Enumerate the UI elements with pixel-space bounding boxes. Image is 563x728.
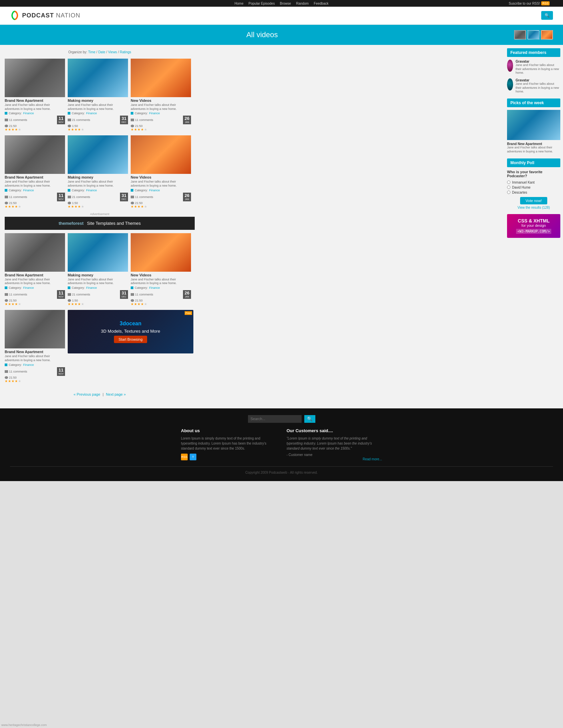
ad-3docean-title: 3docean [120,321,141,327]
organize-views[interactable]: Views [108,50,117,54]
date-badge-8: 31 DEC [120,290,128,299]
member-desc-2: Jane and Fischer talks about their adven… [516,82,561,94]
ad-3docean-cta[interactable]: Start Browsing [114,336,147,343]
video-meta-2: Category: Finance [68,112,128,115]
css-ad-sub: for your design [511,223,556,227]
category-link-4[interactable]: Finance [23,189,34,192]
video-meta-10: Category: Finance [5,363,65,367]
video-thumb-1[interactable] [5,59,65,97]
comments-3: 11 comments 26 JAN [131,116,191,124]
video-grid-row2: Brand New Apartment Jane and Fischer tal… [5,135,195,208]
video-grid-row3: Brand New Apartment Jane and Fischer tal… [5,233,195,306]
category-link-8[interactable]: Finance [86,286,97,289]
category-link-1[interactable]: Finance [23,112,34,115]
video-desc-2: Jane and Fischer talks about their adven… [68,103,128,111]
stars-8: ★★★★★ [68,302,128,306]
nav-browse[interactable]: Browse [280,2,291,5]
video-thumb-9[interactable] [131,233,191,272]
video-meta-5: Category: Finance [68,189,128,192]
video-desc-8: Jane and Fischer talks about their adven… [68,278,128,285]
picks-thumb[interactable] [507,110,560,140]
member-item-1: Gravatar Jane and Fischer talks about th… [507,60,560,75]
next-page-link[interactable]: Next page » [106,392,126,396]
nav-popular[interactable]: Popular Episodes [249,2,275,5]
video-title-10: Brand New Apartment [5,350,65,354]
video-meta-6: Category: Finance [131,189,191,192]
comments-6: 11 comments 26 JAN [131,193,191,201]
ad-site: themeforest [59,221,83,226]
category-link-6[interactable]: Finance [149,189,160,192]
footer-copyright: Copyright 2009 Podcastweb - All rights r… [10,466,553,474]
featured-members-section: Featured members Gravatar Jane and Fisch… [507,48,560,94]
category-link-9[interactable]: Finance [149,286,160,289]
video-desc-9: Jane and Fischer talks about their adven… [131,278,191,285]
video-desc-4: Jane and Fischer talks about their adven… [5,180,65,188]
video-thumb-3[interactable] [131,59,191,97]
top-nav[interactable]: Home Popular Episodes Browse Random Feed… [233,1,330,5]
prev-page-link[interactable]: « Previous page [74,392,101,396]
comments-7: 11 comments 11 NOV [5,290,65,299]
poll-option-3[interactable]: Descartes [507,191,560,194]
nav-feedback[interactable]: Feedback [314,2,328,5]
sidebar-css-ad[interactable]: CSS & XHTML for your design <W3-MARKUP.C… [507,214,560,238]
footer-search-input[interactable] [248,415,302,423]
stars-9: ★★★★★ [131,302,191,306]
view-results: View the results (128) [507,206,560,209]
video-thumb-8[interactable] [68,233,128,272]
poll-radio-2[interactable] [507,186,510,189]
video-thumb-4[interactable] [5,135,65,174]
poll-radio-3[interactable] [507,191,510,194]
vote-button[interactable]: Vote now! [520,197,547,204]
comment-icon-7 [5,293,8,296]
video-thumb-10[interactable] [5,310,65,348]
video-thumb-7[interactable] [5,233,65,272]
poll-option-2[interactable]: David Hume [507,186,560,189]
category-link-2[interactable]: Finance [86,112,97,115]
poll-option-1[interactable]: Immanuel Kant [507,181,560,184]
category-link-5[interactable]: Finance [86,189,97,192]
video-thumb-5[interactable] [68,135,128,174]
video-thumb-6[interactable] [131,135,191,174]
title-thumb-2 [527,30,540,40]
header-search-button[interactable]: 🔍 [541,11,553,20]
poll-question: Who is your favorite Podcaster? [507,170,560,178]
video-thumb-2[interactable] [68,59,128,97]
category-link-7[interactable]: Finance [23,286,34,289]
nav-home[interactable]: Home [235,2,244,5]
stars-10: ★★★★★ [5,379,65,383]
stars-6: ★★★★★ [131,205,191,208]
video-card-3: New Videos Jane and Fischer talks about … [131,59,191,131]
rss-area[interactable]: Suscribe to our RSS! RSS [509,1,550,5]
duration-7: 21:50 [5,299,65,302]
category-link-10[interactable]: Finance [23,363,34,367]
footer-rss-icon[interactable]: RSS [181,454,188,460]
title-thumb-1 [514,30,526,40]
pagination: « Previous page | Next page » [5,387,195,402]
clock-icon-4 [5,202,8,204]
comment-icon-8 [68,293,71,296]
organize-date[interactable]: Date [98,50,105,54]
view-results-link[interactable]: View the results (128) [517,206,550,209]
ad-3docean[interactable]: Free 3docean 3D Models, Textures and Mor… [68,310,193,353]
stars-3: ★★★★★ [131,128,191,131]
footer-about-text: Lorem Ipsum is simply dummy text of the … [181,436,276,451]
comment-icon-4 [5,196,8,198]
footer-twitter-icon[interactable]: T [190,454,196,460]
nav-random[interactable]: Random [296,2,309,5]
video-title-2: Making money [68,98,128,103]
footer-search-button[interactable]: 🔍 [304,415,315,423]
footer-read-more-link[interactable]: Read more... [287,457,382,461]
duration-6: 21:50 [131,201,191,205]
duration-9: 21:50 [131,299,191,302]
organize-ratings[interactable]: Ratings [120,50,131,54]
title-thumb-3 [541,30,553,40]
ad-inner[interactable]: themeforest Site Templates and Themes [5,217,195,230]
video-card-6: New Videos Jane and Fischer talks about … [131,135,191,208]
logo-text: PODCAST NATION [22,12,80,19]
category-icon-7 [5,286,7,289]
category-link-3[interactable]: Finance [149,112,160,115]
poll-radio-1[interactable] [507,181,510,184]
organize-time[interactable]: Time [88,50,96,54]
member-name-1: Gravatar [516,60,561,63]
video-meta-4: Category: Finance [5,189,65,192]
